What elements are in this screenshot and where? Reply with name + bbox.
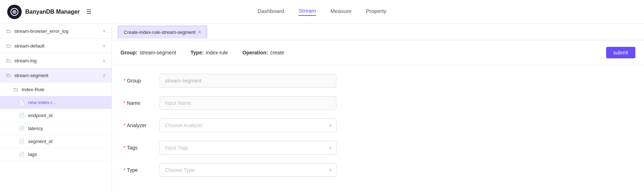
sidebar-sub-item-latency[interactable]: 📄 latency bbox=[0, 122, 112, 135]
breadcrumb-bar: Group: stream-segment Type: index-rule O… bbox=[112, 40, 644, 65]
analyzer-select[interactable]: Choose Analyzer bbox=[160, 119, 336, 132]
form-body: * Group * Name * A bbox=[112, 65, 644, 192]
folder-icon: 🗀 bbox=[6, 43, 11, 49]
nav-measure[interactable]: Measure bbox=[330, 8, 351, 15]
sidebar-item-segment[interactable]: 🗀 stream-segment ∧ bbox=[0, 68, 112, 83]
top-nav: BanyanDB Manager ☰ Dashboard Stream Meas… bbox=[0, 0, 644, 24]
type-select-wrapper: Choose Type ∨ bbox=[160, 163, 336, 177]
form-row-analyzer: * Analyzer Choose Analyzer ∨ bbox=[123, 119, 632, 132]
analyzer-select-wrapper: Choose Analyzer ∨ bbox=[160, 119, 336, 132]
file-icon: 📄 bbox=[19, 113, 25, 118]
tab-label: Create-index-rule-stream-segment bbox=[124, 30, 196, 35]
file-icon: 📄 bbox=[19, 139, 25, 144]
form-row-type: * Type Choose Type ∨ bbox=[123, 163, 632, 177]
sidebar-sub-item-segment-id[interactable]: 📄 segment_id bbox=[0, 135, 112, 148]
tab-create-index-rule[interactable]: Create-index-rule-stream-segment × bbox=[118, 26, 207, 39]
hamburger-icon[interactable]: ☰ bbox=[86, 8, 91, 15]
folder-icon: 🗀 bbox=[13, 86, 18, 92]
type-label: * Type bbox=[123, 167, 160, 173]
form-row-name: * Name bbox=[123, 96, 632, 110]
nav-dashboard[interactable]: Dashboard bbox=[258, 8, 284, 15]
nav-stream[interactable]: Stream bbox=[299, 8, 316, 16]
logo-area: BanyanDB Manager ☰ bbox=[7, 5, 91, 19]
sidebar-item-default[interactable]: 🗀 stream-default ∨ bbox=[0, 39, 112, 53]
folder-icon: 🗀 bbox=[6, 28, 11, 34]
folder-icon: 🗀 bbox=[6, 58, 11, 63]
nav-property[interactable]: Property bbox=[366, 8, 387, 15]
group-label: * Group bbox=[123, 78, 160, 84]
form-row-group: * Group bbox=[123, 74, 632, 88]
name-input[interactable] bbox=[160, 96, 336, 110]
sidebar-sub-item-endpoint-id[interactable]: 📄 endpoint_id bbox=[0, 109, 112, 122]
tags-select-wrapper: Input Tags ∨ bbox=[160, 141, 336, 155]
file-icon: 📄 bbox=[19, 126, 25, 131]
sidebar-sub-item-tags[interactable]: 📄 tags bbox=[0, 148, 112, 161]
chevron-right-icon: ∨ bbox=[103, 43, 106, 48]
tabs-bar: Create-index-rule-stream-segment × bbox=[112, 24, 644, 40]
sidebar-sub-item-new-index[interactable]: 📄 new index-r... bbox=[0, 96, 112, 109]
sidebar-item-browser-error-log[interactable]: 🗀 stream-browser_error_log ∨ bbox=[0, 24, 112, 39]
type-select[interactable]: Choose Type bbox=[160, 163, 336, 177]
tags-label: * Tags bbox=[123, 145, 160, 151]
sidebar-item-log[interactable]: 🗀 stream-log ∨ bbox=[0, 53, 112, 68]
submit-button[interactable]: submit bbox=[606, 47, 635, 58]
file-icon: 📄 bbox=[19, 152, 25, 157]
breadcrumb-group: Group: stream-segment bbox=[121, 50, 176, 55]
sidebar: 🗀 stream-browser_error_log ∨ 🗀 stream-de… bbox=[0, 24, 112, 192]
nav-links: Dashboard Stream Measure Property bbox=[258, 8, 387, 16]
name-label: * Name bbox=[123, 100, 160, 106]
chevron-right-icon: ∨ bbox=[103, 58, 106, 63]
logo-text: BanyanDB Manager bbox=[25, 9, 80, 15]
form-container: Group: stream-segment Type: index-rule O… bbox=[112, 40, 644, 192]
sidebar-sub-item-index-rule[interactable]: 🗀 Index-Rule bbox=[0, 83, 112, 96]
analyzer-label: * Analyzer bbox=[123, 122, 160, 128]
folder-icon: 🗀 bbox=[6, 72, 11, 78]
chevron-right-icon: ∨ bbox=[103, 28, 106, 34]
form-row-tags: * Tags Input Tags ∨ bbox=[123, 141, 632, 155]
logo-icon bbox=[7, 5, 22, 19]
main-layout: 🗀 stream-browser_error_log ∨ 🗀 stream-de… bbox=[0, 24, 644, 192]
chevron-down-icon: ∧ bbox=[103, 73, 106, 78]
app-name: BanyanDB Manager bbox=[25, 9, 80, 15]
breadcrumb-operation: Operation: create bbox=[243, 50, 284, 55]
file-icon: 📄 bbox=[19, 100, 25, 105]
group-input[interactable] bbox=[160, 74, 336, 88]
breadcrumb-info: Group: stream-segment Type: index-rule O… bbox=[121, 50, 284, 55]
breadcrumb-type: Type: index-rule bbox=[191, 50, 228, 55]
tags-select[interactable]: Input Tags bbox=[160, 141, 336, 155]
close-icon[interactable]: × bbox=[199, 30, 201, 34]
content-area: Create-index-rule-stream-segment × Group… bbox=[112, 24, 644, 192]
